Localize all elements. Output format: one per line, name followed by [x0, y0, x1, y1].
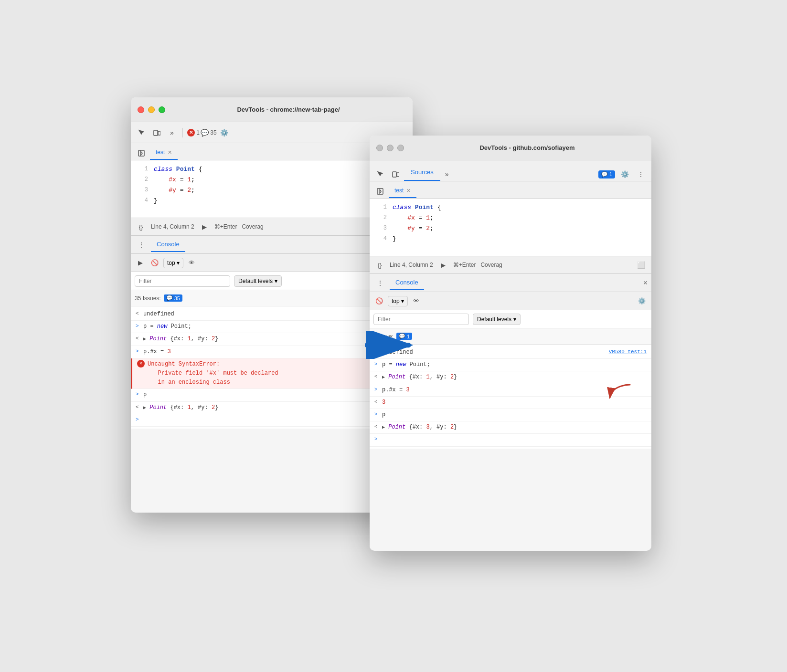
svg-rect-0: [154, 130, 158, 136]
code-line-r1: 1 class Point {: [370, 202, 651, 213]
levels-dropdown-right[interactable]: Default levels ▾: [473, 314, 521, 325]
run-label-left: ⌘+Enter: [214, 223, 237, 230]
device-icon[interactable]: [150, 126, 163, 139]
right-title-bar: DevTools - github.com/sofiayem: [370, 136, 651, 160]
resize-icon-right[interactable]: ⬜: [635, 259, 647, 271]
editor-tab-test-right[interactable]: test ✕: [389, 184, 416, 198]
code-line-r3: 3 #y = 2;: [370, 223, 651, 234]
sources-main-tab[interactable]: Sources: [404, 164, 440, 181]
block-icon-left[interactable]: 🚫: [149, 257, 160, 269]
issues-text-left: 35 Issues:: [135, 295, 161, 302]
console-tab-left[interactable]: Console: [151, 238, 185, 252]
coverage-left: Coverag: [242, 223, 263, 230]
maximize-button-left[interactable]: [159, 106, 165, 113]
more-options-icon-right[interactable]: ⋮: [634, 168, 648, 181]
minimize-button-right[interactable]: [387, 145, 394, 151]
traffic-lights-left: [138, 106, 165, 113]
editor-tab-test-left[interactable]: test ✕: [150, 146, 178, 160]
red-arrow-inline: [606, 382, 632, 407]
svg-rect-1: [158, 131, 160, 135]
editor-tab-label-right: test: [394, 187, 404, 194]
console-menu-icon-right[interactable]: ⋮: [373, 276, 387, 290]
filter-input-right[interactable]: [373, 314, 469, 325]
right-main-tabs: Sources » 💬 1 ⚙️ ⋮: [370, 160, 651, 181]
settings-icon-console-right[interactable]: ⚙️: [636, 295, 648, 307]
format-icon-right[interactable]: {}: [374, 260, 385, 270]
maximize-button-right[interactable]: [397, 145, 404, 151]
svg-rect-6: [397, 173, 399, 177]
run-icon-left[interactable]: ▶: [199, 221, 210, 232]
blue-arrow: [365, 331, 413, 360]
traffic-lights-right: [376, 145, 404, 151]
left-window-title: DevTools - chrome://new-tab-page/: [171, 106, 406, 113]
play-icon-left[interactable]: ▶: [135, 257, 146, 269]
console-entry-r7: < ▶ Point {#x: 3, #y: 2}: [370, 421, 651, 434]
inspect-icon-right[interactable]: [373, 168, 387, 181]
minimize-button-left[interactable]: [148, 106, 155, 113]
left-sidebar-toggle[interactable]: [135, 147, 148, 160]
error-badge-icon[interactable]: ✕ 1: [187, 126, 200, 139]
more-tabs-icon-right[interactable]: »: [440, 168, 454, 181]
left-title-bar: DevTools - chrome://new-tab-page/: [131, 97, 413, 122]
console-entry-r2: > p = new Point;: [370, 359, 651, 371]
issues-badge-left[interactable]: 💬 35: [164, 294, 182, 302]
right-console-entries: < undefined VM580 test:1 > p = new Point…: [370, 345, 651, 449]
levels-label-right: Default levels: [477, 316, 511, 323]
right-code-editor[interactable]: 1 class Point { 2 #x = 1; 3 #y = 2; 4 }: [370, 199, 651, 256]
editor-tab-label-left: test: [156, 149, 165, 156]
console-entry-r8: >: [370, 434, 651, 446]
console-menu-icon-left[interactable]: ⋮: [135, 238, 148, 252]
right-console-header: ⋮ Console ×: [370, 274, 651, 292]
levels-label-left: Default levels: [238, 278, 273, 284]
tab-close-right[interactable]: ✕: [406, 188, 411, 194]
right-window-title: DevTools - github.com/sofiayem: [410, 144, 645, 151]
top-label-right: top: [392, 298, 400, 304]
issues-count-left: 35: [174, 295, 180, 301]
top-label-left: top: [167, 260, 175, 266]
comments-count-badge: 35: [210, 129, 216, 136]
svg-rect-5: [393, 172, 396, 177]
right-console-filter-bar: Default levels ▾: [370, 310, 651, 328]
close-button-right[interactable]: [376, 145, 383, 151]
toolbar-separator: [182, 128, 183, 137]
comments-badge-right[interactable]: 💬 1: [598, 170, 615, 178]
console-tab-right[interactable]: Console: [390, 276, 424, 290]
console-close-right[interactable]: ×: [643, 279, 648, 287]
console-entry-r6: > p: [370, 409, 651, 421]
right-sidebar-toggle[interactable]: [373, 185, 387, 198]
top-selector-right[interactable]: top ▾: [388, 296, 408, 306]
tab-close-left[interactable]: ✕: [168, 149, 172, 156]
line-col-right: Line 4, Column 2: [390, 262, 433, 268]
code-line-r4: 4 }: [370, 234, 651, 244]
console-tab-label-left: Console: [157, 241, 180, 248]
coverage-right: Coverag: [480, 262, 502, 268]
settings-icon-right[interactable]: ⚙️: [618, 168, 631, 181]
svg-rect-2: [138, 150, 144, 156]
right-console-toolbar: 🚫 top ▾ 👁 ⚙️: [370, 292, 651, 310]
top-selector-left[interactable]: top ▾: [163, 258, 183, 268]
settings-icon-left[interactable]: ⚙️: [217, 126, 231, 139]
comments-badge-icon[interactable]: 💬 35: [202, 126, 215, 139]
more-tools-icon[interactable]: »: [165, 126, 179, 139]
line-col-left: Line 4, Column 2: [151, 223, 194, 230]
right-editor-tab-bar: test ✕: [370, 181, 651, 199]
inspect-icon[interactable]: [135, 126, 148, 139]
format-icon-left[interactable]: {}: [136, 221, 146, 232]
run-label-right: ⌘+Enter: [453, 262, 476, 268]
sources-tab-label: Sources: [411, 168, 434, 176]
right-status-bar: {} Line 4, Column 2 ▶ ⌘+Enter Coverag ⬜: [370, 256, 651, 274]
svg-rect-7: [377, 189, 383, 194]
close-button-left[interactable]: [138, 106, 144, 113]
eye-icon-left[interactable]: 👁: [186, 257, 198, 269]
console-tab-label-right: Console: [395, 279, 418, 286]
run-icon-right[interactable]: ▶: [438, 260, 448, 270]
device-icon-right[interactable]: [389, 168, 402, 181]
error-icon: ✕: [137, 360, 145, 368]
eye-icon-right[interactable]: 👁: [411, 295, 422, 307]
error-count-badge: 1: [196, 129, 200, 136]
block-icon-right[interactable]: 🚫: [373, 295, 385, 307]
levels-dropdown-left[interactable]: Default levels ▾: [234, 275, 282, 287]
code-line-r2: 2 #x = 1;: [370, 213, 651, 223]
filter-input-left[interactable]: [135, 275, 230, 287]
console-entry-r4: > p.#x = 3: [370, 384, 651, 397]
